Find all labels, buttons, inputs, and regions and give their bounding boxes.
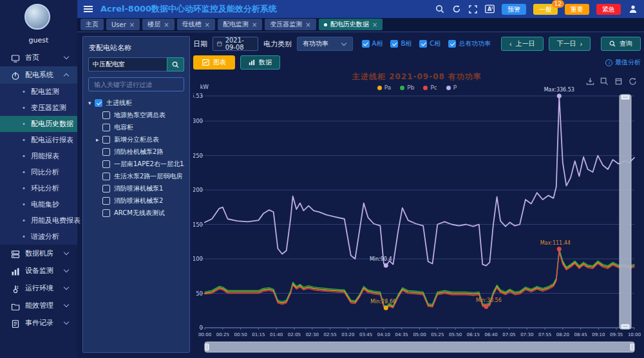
legend-item-Pc[interactable]: Pc [423,84,437,91]
checkbox[interactable] [448,40,456,48]
refresh-icon[interactable] [451,5,461,14]
tab-母线槽[interactable]: 母线槽× [177,19,215,30]
horizontal-datazoom-slider[interactable] [205,342,634,352]
alert-badge-warning[interactable]: 预警 [502,4,526,15]
tree-checkbox[interactable] [102,185,110,193]
close-icon[interactable]: × [205,21,210,28]
close-icon[interactable]: × [305,21,310,28]
tree-node-主进线柜[interactable]: ▾主进线柜 [88,97,184,109]
close-icon[interactable]: × [129,21,135,28]
phase-checkbox-B相[interactable]: B相 [390,39,412,48]
alert-badge-critical[interactable]: 紧急 [596,4,621,15]
home-icon [11,53,20,62]
sidebar-subitem-配电历史数据[interactable]: •配电历史数据 [0,116,77,132]
prev-day-button[interactable]: ‹ 上一日 [501,37,543,51]
station-search-button[interactable] [167,57,184,71]
tree-checkbox[interactable] [95,99,102,107]
sidebar-item-能效管理[interactable]: 能效管理 [0,297,77,314]
close-icon[interactable]: × [252,21,257,28]
power-type-select[interactable]: 有功功率 [297,37,353,51]
y-tick-label: 100 [193,256,203,262]
tree-node-生活水泵2路一层弱电房[interactable]: 生活水泵2路一层弱电房 [88,170,184,182]
tree-filter-input[interactable] [88,77,184,91]
checkbox[interactable] [419,40,427,48]
tab-变压器监测[interactable]: 变压器监测× [265,19,316,30]
phase-checkbox-A相[interactable]: A相 [362,39,383,48]
tree-node-新增分立柜总表[interactable]: ▸新增分立柜总表 [88,133,184,146]
avatar[interactable] [24,4,50,30]
sidebar-subitem-谐波分析[interactable]: •谐波分析 [0,229,77,245]
sidebar-subitem-用能及电费报表[interactable]: •用能及电费报表 [0,212,77,229]
fullscreen-icon[interactable] [468,5,478,14]
legend-item-P[interactable]: P [446,84,457,91]
sidebar-item-首页[interactable]: 首页 [0,49,77,66]
checkbox[interactable] [362,40,370,48]
user-icon[interactable] [628,5,638,14]
caret-down-icon[interactable]: ▾ [88,100,95,106]
tab-配电历史数据[interactable]: 配电历史数据× [319,19,383,30]
chevron-down-icon [64,302,69,307]
sidebar-item-配电系统[interactable]: 配电系统 [0,66,77,84]
vertical-datazoom-slider[interactable] [620,95,631,329]
sidebar-subitem-变压器监测[interactable]: •变压器监测 [0,100,77,116]
date-picker[interactable]: 2021-09-08 [213,37,258,51]
tree-node-label: 消防喷淋机械泵1 [114,184,163,193]
legend-item-Pa[interactable]: Pa [377,84,392,91]
tree-node-一层南1APE2右一层北1APE1左[interactable]: 一层南1APE2右一层北1APE1左 [88,158,184,170]
next-day-button[interactable]: 下一日 › [549,37,591,51]
tree-checkbox[interactable] [102,197,110,205]
search-icon[interactable] [435,5,444,14]
data-view-button[interactable]: 数据 [240,55,280,70]
download-icon[interactable] [586,77,594,86]
tree-node-地源热泵空调总表[interactable]: 地源热泵空调总表 [88,109,184,121]
sidebar-item-事件记录[interactable]: 事件记录 [0,314,77,332]
sidebar-subitem-同比分析[interactable]: •同比分析 [0,164,77,180]
restore-box-icon[interactable] [614,77,623,86]
tab-楼层[interactable]: 楼层× [142,19,174,30]
bullet-icon: • [22,201,26,208]
sidebar-item-设备监测[interactable]: 设备监测 [0,262,77,279]
hamburger-menu-icon[interactable] [84,6,93,12]
sidebar-subitem-配电监测[interactable]: •配电监测 [0,84,77,100]
tree-checkbox[interactable] [102,173,110,180]
close-icon[interactable]: × [164,21,169,28]
tree-node-消防喷淋机械泵2[interactable]: 消防喷淋机械泵2 [88,194,184,207]
station-name-input[interactable] [88,57,167,71]
tree-checkbox[interactable] [102,124,110,131]
sidebar-subitem-电能集抄[interactable]: •电能集抄 [0,196,77,212]
sidebar-subitem-环比分析[interactable]: •环比分析 [0,180,77,196]
sidebar-subitem-用能报表[interactable]: •用能报表 [0,148,77,164]
tree-checkbox[interactable] [102,160,110,168]
tab-配电监测[interactable]: 配电监测× [218,19,262,30]
zoom-box-icon[interactable] [600,77,609,86]
legend-item-Pb[interactable]: Pb [400,84,414,91]
max-min-analysis-link[interactable]: i 最值分析 [605,58,641,67]
sidebar-item-运行环境[interactable]: 运行环境 [0,279,77,297]
phase-checkbox-总有功功率[interactable]: 总有功功率 [448,39,491,48]
tab-User[interactable]: User× [106,19,140,30]
caret-right-icon[interactable]: ▸ [96,137,102,143]
alert-badge-general[interactable]: 一般 12 [533,4,558,15]
tree-checkbox[interactable] [102,111,110,119]
font-size-icon[interactable]: A3 [485,5,495,14]
tab-label: 配电监测 [223,20,249,29]
tree-node-消防喷淋机械泵1[interactable]: 消防喷淋机械泵1 [88,182,184,194]
sidebar-item-数据机房[interactable]: 数据机房 [0,245,77,262]
tab-主页[interactable]: 主页 [80,19,104,30]
refresh-icon[interactable] [629,77,637,86]
tree-checkbox[interactable] [102,209,110,217]
query-button[interactable]: 查询 [601,37,641,51]
chart-view-button[interactable]: 图表 [193,55,235,70]
bullet-icon: • [22,169,26,176]
alert-badge-important[interactable]: 重要 [565,4,589,15]
tree-node-ARCM无线表测试[interactable]: ARCM无线表测试 [88,207,184,219]
x-tick-label: 02:30 [306,332,319,337]
tree-checkbox[interactable] [102,148,110,156]
sidebar-subitem-配电运行报表[interactable]: •配电运行报表 [0,132,77,148]
close-icon[interactable]: × [372,21,377,28]
tree-node-电容柜[interactable]: 电容柜 [88,121,184,133]
tree-checkbox[interactable] [102,136,110,144]
checkbox[interactable] [390,40,398,48]
phase-checkbox-C相[interactable]: C相 [419,39,440,48]
tree-node-消防栓机械泵2路[interactable]: 消防栓机械泵2路 [88,146,184,158]
